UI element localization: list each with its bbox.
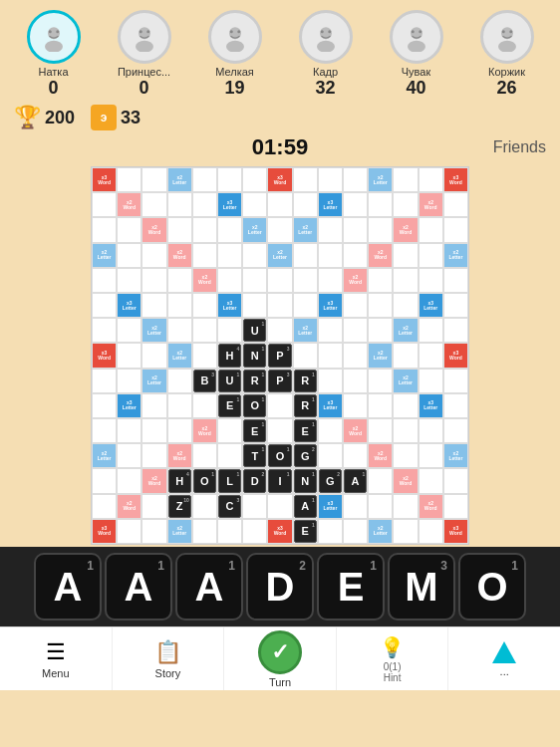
- board-cell[interactable]: [343, 167, 368, 192]
- board-cell[interactable]: [117, 369, 141, 393]
- board-cell[interactable]: [92, 369, 117, 393]
- board-cell[interactable]: x3Word: [267, 167, 292, 192]
- board-cell[interactable]: [117, 243, 141, 268]
- board-cell[interactable]: [92, 293, 117, 318]
- board-cell[interactable]: [242, 494, 267, 519]
- hand-tiles[interactable]: A1A1A1D2E1M3O1: [0, 547, 560, 626]
- board-cell[interactable]: [368, 494, 393, 519]
- board-cell[interactable]: x2Word: [117, 494, 141, 519]
- board-cell[interactable]: x2Word: [192, 268, 217, 293]
- board-cell[interactable]: x2Letter: [368, 519, 393, 544]
- board-cell[interactable]: [92, 468, 117, 493]
- board-cell[interactable]: [293, 268, 318, 293]
- board-cell[interactable]: [117, 217, 141, 242]
- board-cell[interactable]: [293, 167, 318, 192]
- board-cell[interactable]: [141, 393, 166, 418]
- board-cell[interactable]: [419, 519, 443, 544]
- board-cell[interactable]: [318, 443, 343, 468]
- board-cell[interactable]: x2Letter: [141, 369, 166, 393]
- board-cell[interactable]: [192, 343, 217, 368]
- board-cell[interactable]: x2Letter: [167, 519, 192, 544]
- hand-tile-3[interactable]: D2: [246, 553, 314, 621]
- board-cell[interactable]: [267, 494, 292, 519]
- board-cell[interactable]: [141, 418, 166, 443]
- board-cell[interactable]: [267, 418, 292, 443]
- board-cell[interactable]: [368, 268, 393, 293]
- board-cell[interactable]: [242, 167, 267, 192]
- board-cell[interactable]: x2Letter: [267, 243, 292, 268]
- board-cell[interactable]: [393, 494, 418, 519]
- board-cell[interactable]: [217, 418, 242, 443]
- board-cell[interactable]: x3Letter: [217, 293, 242, 318]
- board-cell[interactable]: x2Word: [343, 418, 368, 443]
- board-cell[interactable]: x2Letter: [393, 369, 418, 393]
- board-cell[interactable]: [192, 243, 217, 268]
- board-cell[interactable]: x3Letter: [318, 293, 343, 318]
- board-cell[interactable]: [167, 393, 192, 418]
- board-cell[interactable]: [192, 192, 217, 217]
- board-cell[interactable]: [167, 369, 192, 393]
- board-cell[interactable]: [443, 217, 468, 242]
- board-cell[interactable]: x2Letter: [141, 318, 166, 343]
- board-cell[interactable]: [393, 343, 418, 368]
- board-cell[interactable]: [443, 318, 468, 343]
- board-cell[interactable]: x2Word: [117, 192, 141, 217]
- board-cell[interactable]: [167, 293, 192, 318]
- board-cell[interactable]: x3Word: [92, 519, 117, 544]
- board-cell[interactable]: [242, 243, 267, 268]
- board-cell[interactable]: x3Word: [443, 519, 468, 544]
- hand-tile-2[interactable]: A1: [175, 553, 243, 621]
- board-cell[interactable]: [217, 268, 242, 293]
- board-cell[interactable]: x3Letter: [419, 393, 443, 418]
- board-cell[interactable]: [368, 293, 393, 318]
- board-cell[interactable]: [242, 293, 267, 318]
- board-cell[interactable]: [117, 268, 141, 293]
- board-cell[interactable]: x2Word: [141, 217, 166, 242]
- board-cell[interactable]: [443, 192, 468, 217]
- board-cell[interactable]: [318, 343, 343, 368]
- board-cell[interactable]: [293, 293, 318, 318]
- board-cell[interactable]: [343, 343, 368, 368]
- board-cell[interactable]: [343, 217, 368, 242]
- board-cell[interactable]: [117, 418, 141, 443]
- board-cell[interactable]: [92, 393, 117, 418]
- board-cell[interactable]: [443, 418, 468, 443]
- board-cell[interactable]: x2Word: [192, 418, 217, 443]
- board-cell[interactable]: x3Word: [443, 167, 468, 192]
- board-cell[interactable]: [117, 343, 141, 368]
- hand-tile-0[interactable]: A1: [34, 553, 102, 621]
- board-cell[interactable]: x2Letter: [443, 243, 468, 268]
- board-cell[interactable]: [141, 192, 166, 217]
- board-cell[interactable]: [368, 318, 393, 343]
- board-cell[interactable]: [318, 243, 343, 268]
- board-cell[interactable]: [419, 167, 443, 192]
- board-cell[interactable]: [343, 369, 368, 393]
- board-cell[interactable]: [318, 418, 343, 443]
- board-cell[interactable]: x2Letter: [92, 443, 117, 468]
- board-cell[interactable]: [368, 418, 393, 443]
- board-cell[interactable]: [393, 393, 418, 418]
- board-cell[interactable]: [443, 468, 468, 493]
- board-cell[interactable]: x3Letter: [217, 192, 242, 217]
- hand-tile-4[interactable]: E1: [317, 553, 385, 621]
- board-cell[interactable]: [419, 318, 443, 343]
- board-cell[interactable]: [267, 393, 292, 418]
- board-cell[interactable]: [192, 494, 217, 519]
- board-cell[interactable]: [343, 494, 368, 519]
- board-cell[interactable]: x2Letter: [293, 217, 318, 242]
- nav-more[interactable]: ...: [448, 627, 560, 690]
- board-cell[interactable]: x3Word: [92, 167, 117, 192]
- board-cell[interactable]: [267, 293, 292, 318]
- board-cell[interactable]: [318, 369, 343, 393]
- board-cell[interactable]: [318, 318, 343, 343]
- board-cell[interactable]: x2Word: [141, 468, 166, 493]
- board-cell[interactable]: [443, 369, 468, 393]
- board-cell[interactable]: [117, 167, 141, 192]
- board-cell[interactable]: x2Word: [419, 494, 443, 519]
- board-cell[interactable]: [141, 167, 166, 192]
- board-cell[interactable]: [443, 494, 468, 519]
- board-cell[interactable]: [192, 393, 217, 418]
- board-cell[interactable]: [141, 293, 166, 318]
- board-cell[interactable]: [92, 192, 117, 217]
- board-cell[interactable]: x3Letter: [117, 393, 141, 418]
